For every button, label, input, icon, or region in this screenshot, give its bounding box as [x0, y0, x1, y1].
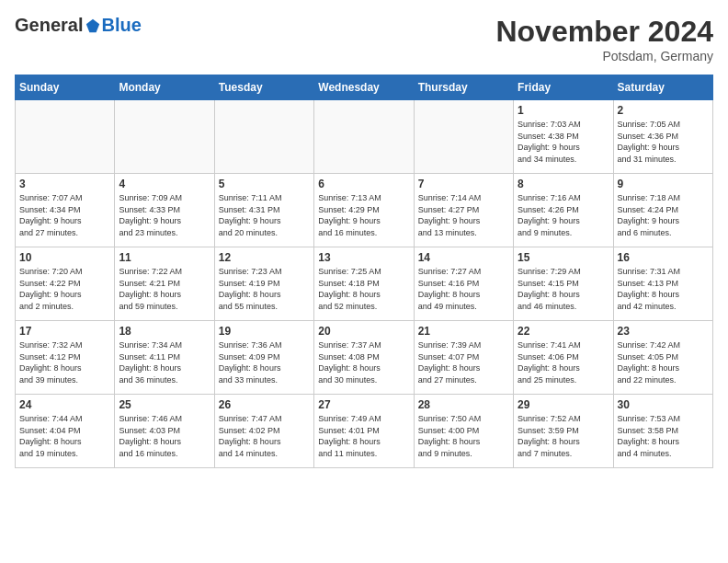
calendar-cell: 11Sunrise: 7:22 AM Sunset: 4:21 PM Dayli… — [115, 247, 214, 321]
calendar-week-row: 10Sunrise: 7:20 AM Sunset: 4:22 PM Dayli… — [16, 247, 713, 321]
calendar-cell: 28Sunrise: 7:50 AM Sunset: 4:00 PM Dayli… — [414, 395, 513, 468]
day-info: Sunrise: 7:37 AM Sunset: 4:08 PM Dayligh… — [318, 339, 409, 385]
day-number: 11 — [119, 251, 210, 264]
day-number: 29 — [518, 398, 609, 411]
calendar-cell: 16Sunrise: 7:31 AM Sunset: 4:13 PM Dayli… — [613, 247, 712, 321]
calendar-cell: 13Sunrise: 7:25 AM Sunset: 4:18 PM Dayli… — [314, 247, 414, 321]
day-number: 22 — [518, 325, 609, 338]
day-info: Sunrise: 7:41 AM Sunset: 4:06 PM Dayligh… — [518, 339, 609, 385]
logo-general-text: General — [15, 15, 83, 36]
calendar-cell — [314, 100, 414, 174]
day-number: 24 — [19, 398, 110, 411]
calendar-cell: 19Sunrise: 7:36 AM Sunset: 4:09 PM Dayli… — [214, 321, 313, 395]
column-header-thursday: Thursday — [414, 75, 513, 100]
day-info: Sunrise: 7:18 AM Sunset: 4:24 PM Dayligh… — [618, 192, 709, 238]
calendar-cell: 14Sunrise: 7:27 AM Sunset: 4:16 PM Dayli… — [414, 247, 513, 321]
calendar-cell: 10Sunrise: 7:20 AM Sunset: 4:22 PM Dayli… — [16, 247, 115, 321]
calendar-cell: 2Sunrise: 7:05 AM Sunset: 4:36 PM Daylig… — [613, 100, 712, 174]
column-header-saturday: Saturday — [613, 75, 712, 100]
day-number: 28 — [418, 398, 509, 411]
day-number: 25 — [119, 398, 210, 411]
calendar-header-row: SundayMondayTuesdayWednesdayThursdayFrid… — [16, 75, 713, 100]
day-number: 12 — [219, 251, 310, 264]
day-info: Sunrise: 7:25 AM Sunset: 4:18 PM Dayligh… — [318, 266, 409, 312]
calendar-cell: 18Sunrise: 7:34 AM Sunset: 4:11 PM Dayli… — [115, 321, 214, 395]
day-info: Sunrise: 7:31 AM Sunset: 4:13 PM Dayligh… — [618, 266, 709, 312]
column-header-monday: Monday — [115, 75, 214, 100]
page-header: General Blue November 2024 Potsdam, Germ… — [15, 15, 713, 63]
calendar-cell: 17Sunrise: 7:32 AM Sunset: 4:12 PM Dayli… — [16, 321, 115, 395]
day-number: 13 — [318, 251, 409, 264]
calendar-table: SundayMondayTuesdayWednesdayThursdayFrid… — [15, 75, 713, 468]
calendar-week-row: 24Sunrise: 7:44 AM Sunset: 4:04 PM Dayli… — [16, 395, 713, 468]
day-number: 1 — [518, 104, 609, 117]
day-info: Sunrise: 7:52 AM Sunset: 3:59 PM Dayligh… — [518, 413, 609, 459]
calendar-cell: 5Sunrise: 7:11 AM Sunset: 4:31 PM Daylig… — [214, 174, 313, 247]
calendar-cell: 26Sunrise: 7:47 AM Sunset: 4:02 PM Dayli… — [214, 395, 313, 468]
day-number: 7 — [418, 178, 509, 190]
day-info: Sunrise: 7:46 AM Sunset: 4:03 PM Dayligh… — [119, 413, 210, 459]
calendar-cell — [16, 100, 115, 174]
calendar-week-row: 3Sunrise: 7:07 AM Sunset: 4:34 PM Daylig… — [16, 174, 713, 247]
day-info: Sunrise: 7:49 AM Sunset: 4:01 PM Dayligh… — [318, 413, 409, 459]
svg-marker-0 — [86, 18, 99, 31]
calendar-cell — [214, 100, 313, 174]
day-info: Sunrise: 7:32 AM Sunset: 4:12 PM Dayligh… — [19, 339, 110, 385]
calendar-cell: 27Sunrise: 7:49 AM Sunset: 4:01 PM Dayli… — [314, 395, 414, 468]
calendar-cell: 9Sunrise: 7:18 AM Sunset: 4:24 PM Daylig… — [613, 174, 712, 247]
calendar-week-row: 1Sunrise: 7:03 AM Sunset: 4:38 PM Daylig… — [16, 100, 713, 174]
day-info: Sunrise: 7:22 AM Sunset: 4:21 PM Dayligh… — [119, 266, 210, 312]
day-info: Sunrise: 7:53 AM Sunset: 3:58 PM Dayligh… — [618, 413, 709, 459]
logo-flag-icon — [85, 17, 101, 34]
day-info: Sunrise: 7:16 AM Sunset: 4:26 PM Dayligh… — [518, 192, 609, 238]
day-info: Sunrise: 7:29 AM Sunset: 4:15 PM Dayligh… — [518, 266, 609, 312]
column-header-wednesday: Wednesday — [314, 75, 414, 100]
column-header-sunday: Sunday — [16, 75, 115, 100]
column-header-tuesday: Tuesday — [214, 75, 313, 100]
day-info: Sunrise: 7:05 AM Sunset: 4:36 PM Dayligh… — [618, 119, 709, 165]
day-number: 17 — [19, 325, 110, 338]
day-number: 19 — [219, 325, 310, 338]
day-info: Sunrise: 7:14 AM Sunset: 4:27 PM Dayligh… — [418, 192, 509, 238]
calendar-cell: 21Sunrise: 7:39 AM Sunset: 4:07 PM Dayli… — [414, 321, 513, 395]
calendar-cell: 8Sunrise: 7:16 AM Sunset: 4:26 PM Daylig… — [514, 174, 613, 247]
calendar-cell: 12Sunrise: 7:23 AM Sunset: 4:19 PM Dayli… — [214, 247, 313, 321]
day-number: 16 — [618, 251, 709, 264]
calendar-week-row: 17Sunrise: 7:32 AM Sunset: 4:12 PM Dayli… — [16, 321, 713, 395]
day-info: Sunrise: 7:50 AM Sunset: 4:00 PM Dayligh… — [418, 413, 509, 459]
day-info: Sunrise: 7:03 AM Sunset: 4:38 PM Dayligh… — [518, 119, 609, 165]
calendar-cell: 15Sunrise: 7:29 AM Sunset: 4:15 PM Dayli… — [514, 247, 613, 321]
calendar-cell: 7Sunrise: 7:14 AM Sunset: 4:27 PM Daylig… — [414, 174, 513, 247]
day-number: 5 — [219, 178, 310, 190]
day-info: Sunrise: 7:47 AM Sunset: 4:02 PM Dayligh… — [219, 413, 310, 459]
day-number: 21 — [418, 325, 509, 338]
day-info: Sunrise: 7:09 AM Sunset: 4:33 PM Dayligh… — [119, 192, 210, 238]
day-number: 18 — [119, 325, 210, 338]
day-number: 27 — [318, 398, 409, 411]
day-info: Sunrise: 7:44 AM Sunset: 4:04 PM Dayligh… — [19, 413, 110, 459]
calendar-cell — [414, 100, 513, 174]
day-info: Sunrise: 7:36 AM Sunset: 4:09 PM Dayligh… — [219, 339, 310, 385]
day-info: Sunrise: 7:07 AM Sunset: 4:34 PM Dayligh… — [19, 192, 110, 238]
day-info: Sunrise: 7:27 AM Sunset: 4:16 PM Dayligh… — [418, 266, 509, 312]
title-block: November 2024 Potsdam, Germany — [495, 15, 713, 63]
day-number: 2 — [618, 104, 709, 117]
day-number: 20 — [318, 325, 409, 338]
day-number: 30 — [618, 398, 709, 411]
day-number: 3 — [19, 178, 110, 190]
logo: General Blue — [15, 15, 142, 36]
calendar-cell: 30Sunrise: 7:53 AM Sunset: 3:58 PM Dayli… — [613, 395, 712, 468]
calendar-cell: 4Sunrise: 7:09 AM Sunset: 4:33 PM Daylig… — [115, 174, 214, 247]
day-number: 26 — [219, 398, 310, 411]
day-number: 10 — [19, 251, 110, 264]
day-number: 4 — [119, 178, 210, 190]
day-number: 8 — [518, 178, 609, 190]
calendar-cell: 22Sunrise: 7:41 AM Sunset: 4:06 PM Dayli… — [514, 321, 613, 395]
day-info: Sunrise: 7:42 AM Sunset: 4:05 PM Dayligh… — [618, 339, 709, 385]
day-number: 15 — [518, 251, 609, 264]
calendar-cell — [115, 100, 214, 174]
calendar-cell: 6Sunrise: 7:13 AM Sunset: 4:29 PM Daylig… — [314, 174, 414, 247]
column-header-friday: Friday — [514, 75, 613, 100]
calendar-cell: 29Sunrise: 7:52 AM Sunset: 3:59 PM Dayli… — [514, 395, 613, 468]
calendar-cell: 25Sunrise: 7:46 AM Sunset: 4:03 PM Dayli… — [115, 395, 214, 468]
